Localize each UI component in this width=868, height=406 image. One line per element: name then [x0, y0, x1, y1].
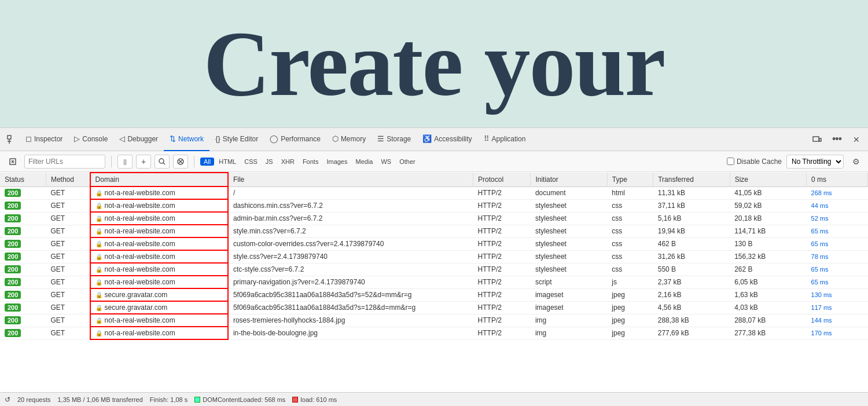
- tab-network[interactable]: ⇅Network: [164, 128, 209, 151]
- filter-pill-css[interactable]: CSS: [241, 158, 261, 166]
- cell-protocol: HTTP/2: [473, 250, 531, 263]
- cell-type: jpeg: [607, 288, 653, 301]
- cell-transferred: 550 B: [653, 263, 730, 276]
- col-header-domain[interactable]: Domain: [90, 173, 228, 186]
- cell-protocol: HTTP/2: [473, 237, 531, 250]
- domain-text: not-a-real-website.com: [105, 316, 175, 324]
- col-header-file[interactable]: File: [228, 173, 473, 186]
- cell-domain: 🔒 not-a-real-website.com: [90, 276, 228, 288]
- table-row[interactable]: 200 GET 🔒 secure.gravatar.com 5f069a6cac…: [0, 301, 868, 314]
- domain-text: secure.gravatar.com: [105, 291, 168, 299]
- cell-initiator: img: [531, 327, 607, 339]
- tab-inspector[interactable]: ◻Inspector: [20, 128, 68, 151]
- tab-memory[interactable]: ⬡Memory: [326, 128, 372, 151]
- cell-status: 200: [0, 276, 46, 288]
- cell-timing: 78 ms: [807, 250, 868, 263]
- tab-console[interactable]: ▷Console: [68, 128, 113, 151]
- status-bar: ↺ 20 requests 1,35 MB / 1,06 MB transfer…: [0, 392, 868, 406]
- domain-text: not-a-real-website.com: [105, 329, 175, 337]
- tab-storage[interactable]: ☰Storage: [372, 128, 417, 151]
- console-label: Console: [82, 135, 108, 143]
- disable-cache-checkbox[interactable]: [727, 158, 734, 165]
- cell-size: 59,02 kB: [730, 199, 806, 212]
- svg-rect-4: [819, 138, 821, 141]
- style-editor-label: Style Editor: [223, 135, 258, 143]
- network-label: Network: [178, 135, 204, 143]
- tabs-container: ◻Inspector▷Console◁Debugger⇅Network{}Sty…: [20, 128, 531, 151]
- filter-pill-ws[interactable]: WS: [377, 158, 395, 166]
- table-row[interactable]: 200 GET 🔒 not-a-real-website.com roses-t…: [0, 314, 868, 327]
- filter-pill-other[interactable]: Other: [396, 158, 419, 166]
- filter-urls-input[interactable]: [24, 155, 105, 169]
- col-header-method[interactable]: Method: [46, 173, 90, 186]
- cell-size: 277,38 kB: [730, 327, 806, 339]
- table-row[interactable]: 200 GET 🔒 not-a-real-website.com dashico…: [0, 199, 868, 212]
- cell-protocol: HTTP/2: [473, 301, 531, 314]
- debugger-label: Debugger: [127, 135, 158, 143]
- throttle-select[interactable]: No Throttling: [786, 155, 844, 169]
- cell-timing: 44 ms: [807, 199, 868, 212]
- lock-icon: 🔒: [95, 317, 102, 324]
- devtools-panel: ◻Inspector▷Console◁Debugger⇅Network{}Sty…: [0, 127, 868, 406]
- cell-initiator: document: [531, 186, 607, 199]
- table-row[interactable]: 200 GET 🔒 not-a-real-website.com in-the-…: [0, 327, 868, 339]
- col-header-transferred[interactable]: Transferred: [653, 173, 730, 186]
- col-header-protocol[interactable]: Protocol: [473, 173, 531, 186]
- cell-timing: 52 ms: [807, 212, 868, 225]
- disable-cache-label[interactable]: Disable Cache: [727, 158, 782, 166]
- table-row[interactable]: 200 GET 🔒 not-a-real-website.com / HTTP/…: [0, 186, 868, 199]
- table-row[interactable]: 200 GET 🔒 not-a-real-website.com custom-…: [0, 237, 868, 250]
- table-row[interactable]: 200 GET 🔒 not-a-real-website.com primary…: [0, 276, 868, 288]
- add-filter-btn[interactable]: +: [136, 155, 151, 169]
- col-header-timing[interactable]: 0 ms: [807, 173, 868, 186]
- filter-pill-all[interactable]: All: [200, 158, 214, 166]
- filter-pill-images[interactable]: Images: [323, 158, 351, 166]
- cell-status: 200: [0, 250, 46, 263]
- clear-requests-icon[interactable]: [5, 153, 21, 170]
- filter-pill-media[interactable]: Media: [352, 158, 376, 166]
- col-header-type[interactable]: Type: [607, 173, 653, 186]
- network-table-wrapper[interactable]: Status Method Domain File Protocol Initi…: [0, 172, 868, 392]
- reload-icon[interactable]: ↺: [5, 396, 10, 404]
- application-icon: ⠿: [484, 134, 490, 143]
- cell-size: 4,03 kB: [730, 301, 806, 314]
- filter-pill-xhr[interactable]: XHR: [278, 158, 298, 166]
- table-row[interactable]: 200 GET 🔒 not-a-real-website.com style.c…: [0, 250, 868, 263]
- col-header-initiator[interactable]: Initiator: [531, 173, 607, 186]
- tab-application[interactable]: ⠿Application: [478, 128, 532, 151]
- table-row[interactable]: 200 GET 🔒 not-a-real-website.com style.m…: [0, 225, 868, 237]
- cell-method: GET: [46, 288, 90, 301]
- clear-btn[interactable]: [173, 155, 188, 169]
- lock-icon: 🔒: [95, 305, 102, 311]
- cell-timing: 65 ms: [807, 263, 868, 276]
- cell-status: 200: [0, 225, 46, 237]
- table-row[interactable]: 200 GET 🔒 secure.gravatar.com 5f069a6cac…: [0, 288, 868, 301]
- cell-size: 1,63 kB: [730, 288, 806, 301]
- cell-timing: 65 ms: [807, 276, 868, 288]
- pause-recording-btn[interactable]: ||: [117, 155, 133, 169]
- tab-debugger[interactable]: ◁Debugger: [113, 128, 164, 151]
- search-btn[interactable]: [155, 155, 170, 169]
- more-options-icon[interactable]: •••: [829, 131, 845, 148]
- cell-transferred: 277,69 kB: [653, 327, 730, 339]
- tab-performance[interactable]: ◯Performance: [264, 128, 326, 151]
- domain-text: not-a-real-website.com: [105, 253, 175, 261]
- tab-accessibility[interactable]: ♿Accessibility: [417, 128, 477, 151]
- table-row[interactable]: 200 GET 🔒 not-a-real-website.com admin-b…: [0, 212, 868, 225]
- col-header-status[interactable]: Status: [0, 173, 46, 186]
- cell-timing: 170 ms: [807, 327, 868, 339]
- responsive-design-icon[interactable]: [809, 131, 825, 148]
- filter-pill-html[interactable]: HTML: [215, 158, 240, 166]
- domain-text: not-a-real-website.com: [105, 189, 175, 197]
- inspect-element-icon[interactable]: [3, 131, 20, 148]
- col-header-size[interactable]: Size: [730, 173, 806, 186]
- cell-method: GET: [46, 263, 90, 276]
- cell-domain: 🔒 not-a-real-website.com: [90, 314, 228, 327]
- filter-pill-fonts[interactable]: Fonts: [299, 158, 322, 166]
- domain-text: not-a-real-website.com: [105, 202, 175, 210]
- network-settings-icon[interactable]: ⚙: [848, 155, 863, 169]
- tab-style-editor[interactable]: {}Style Editor: [209, 128, 264, 151]
- filter-pill-js[interactable]: JS: [262, 158, 277, 166]
- table-row[interactable]: 200 GET 🔒 not-a-real-website.com ctc-sty…: [0, 263, 868, 276]
- close-devtools-icon[interactable]: ✕: [848, 131, 865, 148]
